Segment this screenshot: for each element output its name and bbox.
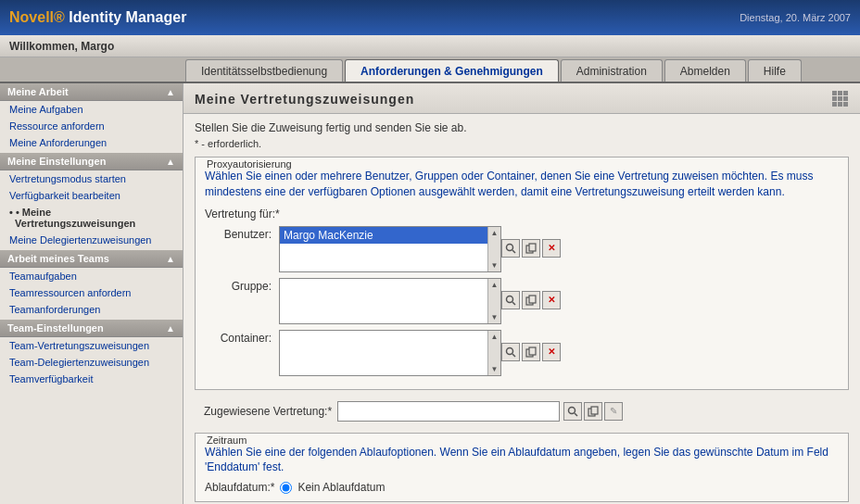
scroll-down-arrow[interactable]: ▼ bbox=[489, 259, 500, 271]
container-search-button[interactable] bbox=[501, 343, 520, 361]
benutzer-label: Benutzer: bbox=[205, 226, 279, 241]
gruppe-row: Gruppe: ▲ ▼ bbox=[205, 278, 839, 324]
gruppe-scroll-up[interactable]: ▲ bbox=[489, 279, 500, 291]
zeitraum-panel-content: Wählen Sie eine der folgenden Ablaufopti… bbox=[196, 441, 848, 502]
benutzer-selected-value: Margo MacKenzie bbox=[280, 227, 500, 244]
sidebar-section-header-meine-einstellungen[interactable]: Meine Einstellungen ▲ bbox=[0, 153, 183, 170]
benutzer-search-button[interactable] bbox=[501, 239, 520, 258]
tab-self-service[interactable]: Identitätsselbstbedienung bbox=[185, 59, 343, 82]
vertretung-fuer-label: Vertretung für:* bbox=[205, 208, 839, 220]
proxy-panel: Proxyautorisierung Wählen Sie einen oder… bbox=[195, 157, 849, 390]
ablauf-row: Ablaufdatum:* Kein Ablaufdatum bbox=[205, 481, 839, 494]
main-layout: Meine Arbeit ▲ Meine Aufgaben Ressource … bbox=[0, 83, 860, 504]
benutzer-copy-button[interactable] bbox=[522, 239, 540, 258]
container-scroll-up[interactable]: ▲ bbox=[489, 331, 500, 343]
gruppe-input-container[interactable]: ▲ ▼ bbox=[279, 278, 501, 324]
sidebar-item-ressource-anfordern[interactable]: Ressource anfordern bbox=[0, 118, 183, 134]
sidebar-section-team-einstellungen: Team-Einstellungen ▲ Team-Vertretungszuw… bbox=[0, 320, 183, 387]
sidebar-item-meine-anforderungen[interactable]: Meine Anforderungen bbox=[0, 134, 183, 151]
gruppe-buttons: ✕ bbox=[501, 278, 561, 309]
ablauf-radio-kein[interactable] bbox=[280, 482, 292, 494]
sidebar-section-header-team-einstellungen[interactable]: Team-Einstellungen ▲ bbox=[0, 320, 183, 337]
zeitraum-legend: Zeitraum bbox=[203, 435, 250, 446]
svg-point-8 bbox=[507, 347, 513, 354]
sidebar-item-delegiertenzuweisungen[interactable]: Meine Delegiertenzuweisungen bbox=[0, 232, 183, 248]
benutzer-row: Benutzer: Margo MacKenzie ▲ ▼ bbox=[205, 226, 839, 272]
svg-point-4 bbox=[507, 296, 513, 302]
collapse-icon-meine-arbeit: ▲ bbox=[166, 87, 175, 97]
svg-point-12 bbox=[569, 407, 575, 413]
assigned-edit-button[interactable]: ✎ bbox=[604, 402, 623, 421]
sidebar-item-teamverfugbarkeit[interactable]: Teamverfügbarkeit bbox=[0, 371, 183, 387]
sidebar-item-vertretungsmodus[interactable]: Vertretungsmodus starten bbox=[0, 170, 183, 187]
page-title: Meine Vertretungszuweisungen bbox=[195, 92, 414, 107]
gruppe-label: Gruppe: bbox=[205, 278, 279, 293]
benutzer-delete-button[interactable]: ✕ bbox=[542, 239, 561, 258]
svg-rect-3 bbox=[529, 244, 536, 251]
svg-rect-15 bbox=[591, 407, 598, 414]
sidebar-item-teamanforderungen[interactable]: Teamanforderungen bbox=[0, 301, 183, 318]
tab-requests[interactable]: Anforderungen & Genehmigungen bbox=[345, 59, 559, 82]
instruction-text: Stellen Sie die Zuweisung fertig und sen… bbox=[195, 121, 849, 134]
proxy-panel-content: Wählen Sie einen oder mehrere Benutzer, … bbox=[196, 165, 848, 389]
scroll-up-arrow[interactable]: ▲ bbox=[489, 227, 500, 239]
gruppe-copy-button[interactable] bbox=[522, 291, 540, 309]
sidebar-item-team-delegierte[interactable]: Team-Delegiertenzuweisungen bbox=[0, 354, 183, 371]
sidebar-section-arbeit-meines-teams: Arbeit meines Teams ▲ Teamaufgaben Teamr… bbox=[0, 250, 183, 318]
sidebar-item-meine-aufgaben[interactable]: Meine Aufgaben bbox=[0, 101, 183, 118]
content-body: Stellen Sie die Zuweisung fertig und sen… bbox=[183, 114, 860, 504]
assigned-buttons: ✎ bbox=[563, 402, 623, 421]
ablauf-label: Ablaufdatum:* bbox=[205, 481, 274, 494]
benutzer-buttons: ✕ bbox=[501, 226, 561, 258]
container-scrollbar[interactable]: ▲ ▼ bbox=[487, 331, 500, 375]
datetime-display: Dienstag, 20. März 2007 bbox=[740, 12, 851, 23]
novell-brand: Novell® bbox=[9, 9, 65, 25]
container-copy-button[interactable] bbox=[522, 343, 540, 361]
svg-point-0 bbox=[507, 244, 513, 250]
proxy-legend: Proxyautorisierung bbox=[203, 158, 296, 170]
container-row: Container: ▲ ▼ bbox=[205, 330, 839, 376]
sidebar-section-header-team[interactable]: Arbeit meines Teams ▲ bbox=[0, 250, 183, 268]
app-logo: Novell® Identity Manager bbox=[9, 9, 186, 26]
container-scroll-down[interactable]: ▼ bbox=[489, 363, 500, 375]
sidebar-section-meine-arbeit: Meine Arbeit ▲ Meine Aufgaben Ressource … bbox=[0, 83, 183, 151]
assigned-search-button[interactable] bbox=[563, 402, 582, 421]
gruppe-scroll-down[interactable]: ▼ bbox=[489, 311, 500, 323]
svg-line-5 bbox=[512, 302, 515, 305]
sidebar-section-meine-einstellungen: Meine Einstellungen ▲ Vertretungsmodus s… bbox=[0, 153, 183, 248]
collapse-icon-team: ▲ bbox=[166, 254, 175, 264]
assigned-label: Zugewiesene Vertretung:* bbox=[204, 405, 332, 418]
tab-administration[interactable]: Administration bbox=[561, 59, 663, 82]
container-input-container[interactable]: ▲ ▼ bbox=[279, 330, 501, 376]
sidebar-item-vertretungszuweisungen[interactable]: • Meine Vertretungszuweisungen bbox=[0, 204, 183, 232]
sidebar-item-team-vertretung[interactable]: Team-Vertretungszuweisungen bbox=[0, 337, 183, 354]
welcome-text: Willkommen, Margo bbox=[9, 40, 114, 53]
content-area: Meine Vertretungszuweisungen Stellen Sie… bbox=[183, 83, 860, 504]
proxy-description: Wählen Sie einen oder mehrere Benutzer, … bbox=[205, 169, 839, 200]
sidebar-item-verfugbarkeit[interactable]: Verfügbarkeit bearbeiten bbox=[0, 187, 183, 204]
grid-view-icon[interactable] bbox=[832, 91, 849, 107]
gruppe-delete-button[interactable]: ✕ bbox=[542, 291, 561, 309]
content-header: Meine Vertretungszuweisungen bbox=[183, 83, 860, 114]
welcome-bar: Willkommen, Margo bbox=[0, 35, 860, 57]
assigned-copy-button[interactable] bbox=[584, 402, 602, 421]
svg-line-1 bbox=[512, 250, 515, 253]
collapse-icon-team-einstellungen: ▲ bbox=[166, 323, 175, 334]
svg-rect-11 bbox=[529, 347, 536, 355]
assigned-input[interactable] bbox=[337, 401, 560, 422]
sidebar-item-teamaufgaben[interactable]: Teamaufgaben bbox=[0, 268, 183, 284]
sidebar-section-header-meine-arbeit[interactable]: Meine Arbeit ▲ bbox=[0, 83, 183, 101]
tab-help[interactable]: Hilfe bbox=[748, 59, 802, 82]
sidebar-item-teamressourcen[interactable]: Teamressourcen anfordern bbox=[0, 284, 183, 301]
gruppe-scrollbar[interactable]: ▲ ▼ bbox=[487, 279, 500, 323]
svg-line-13 bbox=[575, 413, 577, 416]
ablauf-option-kein: Kein Ablaufdatum bbox=[297, 481, 385, 494]
benutzer-scrollbar[interactable]: ▲ ▼ bbox=[487, 227, 500, 271]
svg-line-9 bbox=[512, 354, 515, 357]
assigned-row: Zugewiesene Vertretung:* ✎ bbox=[195, 397, 849, 425]
benutzer-input-container[interactable]: Margo MacKenzie ▲ ▼ bbox=[279, 226, 501, 272]
tab-logout[interactable]: Abmelden bbox=[664, 59, 746, 82]
gruppe-search-button[interactable] bbox=[501, 291, 520, 309]
container-delete-button[interactable]: ✕ bbox=[542, 343, 561, 361]
nav-tabs: Identitätsselbstbedienung Anforderungen … bbox=[0, 57, 860, 83]
